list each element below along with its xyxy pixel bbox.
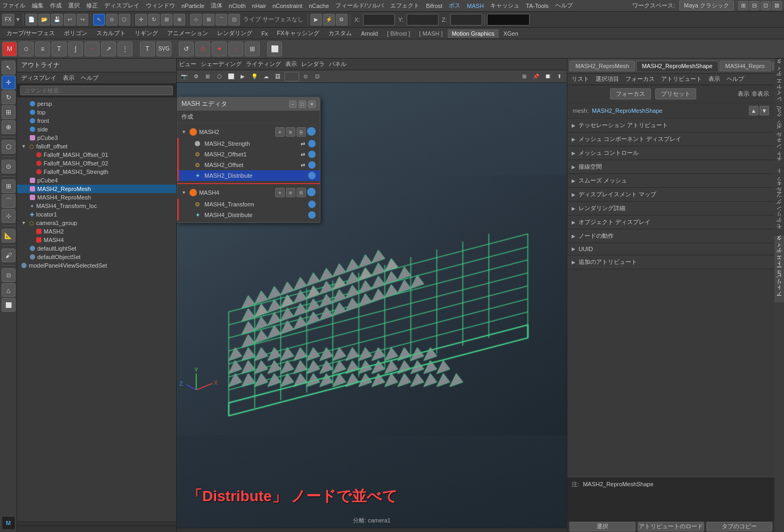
- attr-section-tessellation-header[interactable]: ▶ テッセレーション アトリビュート: [567, 119, 774, 132]
- tree-item-mash4-transform[interactable]: ✦ MASH4_Transform_loc: [17, 202, 176, 210]
- select-tool[interactable]: ↖: [2, 61, 15, 74]
- lasso-btn[interactable]: ⊙: [106, 14, 118, 26]
- shelf-tab-animation[interactable]: アニメーション: [163, 28, 212, 38]
- vp-wireframe-icon[interactable]: ⊞: [202, 71, 213, 82]
- menu-boss[interactable]: ボス: [449, 2, 460, 10]
- shelf-icon-grid[interactable]: ⊞: [245, 41, 260, 56]
- vp-menu-renderer[interactable]: レンダラ: [301, 60, 325, 68]
- attr-section-obj-display-header[interactable]: ▶ オブジェクト ディスプレイ: [567, 215, 774, 229]
- menu-fluid[interactable]: 流体: [211, 2, 222, 10]
- shelf-icon-dots[interactable]: ⋮: [118, 41, 133, 56]
- shelf-icon-lines[interactable]: ≡: [35, 41, 50, 56]
- attr-section-smooth-mesh-header[interactable]: ▶ スムーズ メッシュ: [567, 174, 774, 187]
- menu-ncloth[interactable]: nCloth: [229, 3, 246, 9]
- menu-cache[interactable]: キャッシュ: [490, 2, 519, 10]
- viewport-scrollbar-h[interactable]: [177, 528, 567, 532]
- attr-menu-attributes[interactable]: アトリビュート: [661, 75, 702, 83]
- move-tool[interactable]: ✛: [2, 76, 15, 89]
- attr-mesh-prev-btn[interactable]: ▲: [749, 106, 758, 115]
- mash2-network-header[interactable]: ▼ MASH2 + ≡ ⎘: [177, 126, 320, 138]
- mash2-copy-btn[interactable]: ⎘: [296, 127, 306, 137]
- tree-item-pcube3[interactable]: pCube3: [17, 134, 176, 142]
- rvtab-attr-editor[interactable]: アトリビュート エディタ: [774, 235, 784, 303]
- menu-window[interactable]: ウィンドウ: [146, 2, 175, 10]
- vp-camera-icon[interactable]: 📷: [179, 71, 189, 82]
- attr-section-mesh-component-header[interactable]: ▶ メッシュ コンポーネント ディスプレイ: [567, 132, 774, 146]
- attr-preset-button[interactable]: プリセット: [655, 88, 696, 99]
- vp-maximize-icon[interactable]: ⊞: [519, 71, 530, 82]
- vp-menu-show[interactable]: 表示: [285, 60, 297, 68]
- tree-item-pcube4[interactable]: pCube4: [17, 176, 176, 185]
- mash2-offset1[interactable]: ⚙ MASH2_Offset1 ⇄: [179, 149, 320, 160]
- tree-item-locator1[interactable]: ✚ locator1: [17, 210, 176, 219]
- mash2-offset-vis[interactable]: [308, 161, 316, 169]
- vp-arrow-icon[interactable]: ⬆: [554, 71, 565, 82]
- menu-fields[interactable]: フィールド/ソルバ: [335, 2, 384, 10]
- vp-texture-icon[interactable]: 🖼: [273, 71, 283, 82]
- vp-gate-icon[interactable]: 🔲: [542, 71, 553, 82]
- menu-nconstraint[interactable]: nConstraint: [273, 3, 302, 9]
- tree-item-falloff-strength[interactable]: Falloff_MASH1_Strength: [17, 168, 176, 176]
- shelf-tab-polygon[interactable]: ポリゴン: [60, 28, 92, 38]
- shelf-tab-curve[interactable]: カーブ/サーフェス: [2, 28, 59, 38]
- outliner-search-input[interactable]: [20, 86, 173, 95]
- tree-item-viewset[interactable]: modelPanel4ViewSelectedSet: [17, 261, 176, 270]
- shelf-icon-text-T[interactable]: T: [140, 41, 155, 56]
- color-swatch[interactable]: [487, 14, 530, 26]
- vp-isolate-icon[interactable]: ⊙: [300, 71, 311, 82]
- mash4-copy-btn[interactable]: ⎘: [296, 188, 306, 197]
- attr-section-node-behavior-header[interactable]: ▶ ノードの動作: [567, 229, 774, 243]
- menu-modify[interactable]: 修正: [86, 2, 98, 10]
- snap-view-btn[interactable]: ⊡: [228, 14, 240, 26]
- rvtab-channel-box[interactable]: チャンネル ボックス / レイヤ エディタ: [774, 59, 784, 168]
- paint-skin[interactable]: 🖌: [2, 248, 15, 262]
- tree-item-lightset[interactable]: defaultLightSet: [17, 244, 176, 253]
- tree-item-side[interactable]: side: [17, 125, 176, 134]
- snap-grid-btn[interactable]: ⊞: [203, 14, 214, 26]
- shelf-icon-export[interactable]: ⬜: [267, 41, 282, 56]
- tree-item-falloff2[interactable]: Falloff_MASH_Offset_02: [17, 159, 176, 168]
- z-input[interactable]: [450, 14, 482, 26]
- tree-item-front[interactable]: front: [17, 117, 176, 125]
- rotate-tool[interactable]: ↻: [2, 90, 15, 104]
- shelf-icon-sun[interactable]: ✦: [212, 41, 227, 56]
- menu-ncache[interactable]: nCache: [309, 3, 329, 9]
- shelf-tab-sculpt[interactable]: スカルプト: [92, 28, 130, 38]
- fx-arrow[interactable]: ▼: [15, 16, 21, 22]
- viewport-canvas[interactable]: X Y Z 「Distribute」 ノードで並べて 分離: camera1 M…: [177, 83, 567, 528]
- outliner-menu-help[interactable]: ヘルプ: [81, 74, 98, 82]
- attr-show-btn[interactable]: 表示: [738, 90, 749, 98]
- mash4-transform-vis[interactable]: [308, 201, 316, 208]
- attr-section-extra-attrs-header[interactable]: ▶ 追加のアトリビュート: [567, 255, 774, 269]
- rotate-btn[interactable]: ↻: [148, 14, 160, 26]
- redo-btn[interactable]: ↪: [77, 14, 88, 26]
- shelf-icon-rotate-circle[interactable]: ↺: [179, 41, 194, 56]
- vp-menu-shading[interactable]: シェーディング: [201, 60, 242, 68]
- mash4-distribute[interactable]: ✦ MASH4_Distribute: [179, 210, 320, 220]
- uv-mode[interactable]: ⬜: [2, 298, 15, 312]
- attr-menu-help[interactable]: ヘルプ: [727, 75, 744, 83]
- workspace-value[interactable]: Maya クラシック: [679, 1, 734, 11]
- snap-curve[interactable]: ⌒: [2, 194, 15, 208]
- vp-menu-lighting[interactable]: ライティング: [246, 60, 281, 68]
- fx-dropdown[interactable]: FX: [2, 14, 14, 26]
- vp-snap-icon[interactable]: 📌: [531, 71, 541, 82]
- menu-effects[interactable]: エフェクト: [390, 2, 419, 10]
- undo-btn[interactable]: ↩: [64, 14, 76, 26]
- snap-grid[interactable]: ⊞: [2, 179, 15, 193]
- shelf-tab-bifrost[interactable]: [ Bifrost ]: [383, 29, 414, 38]
- mash4-distribute-vis[interactable]: [308, 211, 316, 219]
- tree-item-persp[interactable]: persp: [17, 99, 176, 108]
- mash2-distribute[interactable]: ✦ MASH2_Distribute: [179, 170, 320, 181]
- mash2-visibility-btn[interactable]: [307, 127, 316, 136]
- new-scene-btn[interactable]: 📄: [26, 14, 37, 26]
- scale-tool[interactable]: ⊞: [2, 105, 15, 119]
- menu-nhair[interactable]: nHair: [252, 3, 266, 9]
- tree-item-falloff1[interactable]: Falloff_MASH_Offset_01: [17, 151, 176, 159]
- vp-display-icon[interactable]: ⬜: [226, 71, 236, 82]
- tree-item-mash4-repro[interactable]: MASH4_ReproMesh: [17, 193, 176, 202]
- tree-item-mash2-repro[interactable]: MASH2_ReproMesh: [17, 185, 176, 193]
- mash-editor-close[interactable]: ✕: [308, 101, 316, 108]
- shelf-icon-arrow[interactable]: ↗: [101, 41, 116, 56]
- shelf-tab-rigging[interactable]: リギング: [130, 28, 162, 38]
